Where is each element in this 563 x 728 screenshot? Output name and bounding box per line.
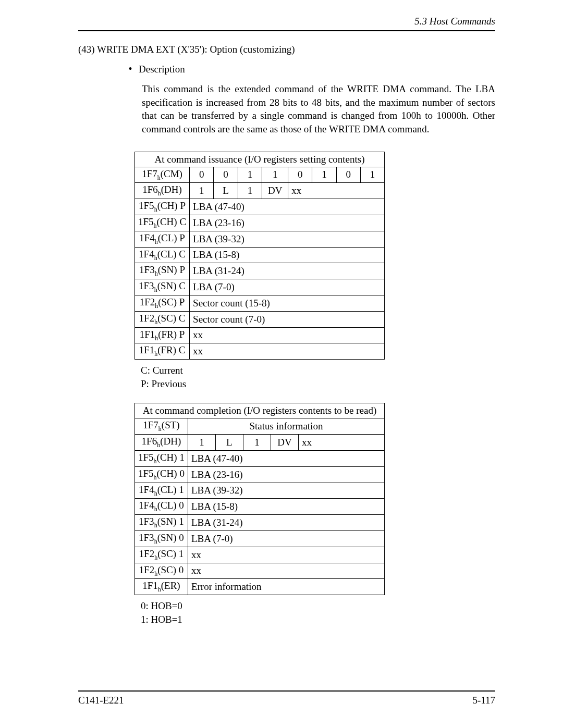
completion-table: At command completion (I/O registers con… — [134, 403, 385, 595]
row-sc-0: 1F2h(SC) 0xx — [135, 563, 385, 579]
description-body: This command is the extended command of … — [142, 82, 495, 136]
row-cl-p: 1F4h(CL) PLBA (39-32) — [135, 231, 385, 247]
row-cl-0: 1F4h(CL) 0LBA (15-8) — [135, 499, 385, 515]
completion-table-wrap: At command completion (I/O registers con… — [134, 403, 495, 595]
row-sn-p: 1F3h(SN) PLBA (31-24) — [135, 263, 385, 279]
row-sn-1: 1F3h(SN) 1LBA (31-24) — [135, 515, 385, 531]
row-ch-0: 1F5h(CH) 0LBA (23-16) — [135, 466, 385, 483]
page-footer: C141-E221 5-117 — [78, 690, 495, 706]
completion-title: At command completion (I/O registers con… — [135, 403, 385, 418]
row-sc-1: 1F2h(SC) 1xx — [135, 547, 385, 563]
issuance-legend: C: Current P: Previous — [141, 364, 495, 390]
footer-left: C141-E221 — [78, 695, 124, 706]
row-dh: 1F6h(DH) 1 L 1 DV xx — [135, 183, 385, 199]
row-st: 1F7h(ST) Status information — [135, 418, 385, 435]
row-ch-1: 1F5h(CH) 1LBA (47-40) — [135, 451, 385, 467]
row-sc-c: 1F2h(SC) CSector count (7-0) — [135, 311, 385, 327]
row-cm: 1F7h(CM) 0 0 1 1 0 1 0 1 — [135, 167, 385, 183]
issuance-title: At command issuance (I/O registers setti… — [135, 152, 385, 167]
issuance-table-wrap: At command issuance (I/O registers setti… — [134, 152, 495, 360]
page-header: 5.3 Host Commands — [78, 16, 495, 31]
description-bullet: • Description — [125, 64, 495, 75]
row-cl-c: 1F4h(CL) CLBA (15-8) — [135, 247, 385, 263]
row-sc-p: 1F2h(SC) PSector count (15-8) — [135, 295, 385, 311]
row-ch-p: 1F5h(CH) PLBA (47-40) — [135, 199, 385, 215]
issuance-table: At command issuance (I/O registers setti… — [134, 152, 385, 360]
row-cl-1: 1F4h(CL) 1LBA (39-32) — [135, 483, 385, 499]
row-fr-p: 1F1h(FR) Pxx — [135, 327, 385, 343]
bullet-icon: • — [125, 64, 136, 74]
section-title: (43) WRITE DMA EXT (X'35'): Option (cust… — [78, 44, 495, 55]
header-section: 5.3 Host Commands — [414, 16, 495, 27]
row-sn-0: 1F3h(SN) 0LBA (7-0) — [135, 530, 385, 547]
description-label: Description — [139, 64, 185, 75]
row-sn-c: 1F3h(SN) CLBA (7-0) — [135, 279, 385, 295]
completion-legend: 0: HOB=0 1: HOB=1 — [141, 599, 495, 626]
footer-right: 5-117 — [472, 695, 495, 706]
row-fr-c: 1F1h(FR) Cxx — [135, 343, 385, 360]
row-er: 1F1h(ER)Error information — [135, 579, 385, 595]
page: 5.3 Host Commands (43) WRITE DMA EXT (X'… — [0, 0, 563, 728]
row-dh2: 1F6h(DH) 1 L 1 DV xx — [135, 435, 385, 451]
row-ch-c: 1F5h(CH) CLBA (23-16) — [135, 215, 385, 231]
